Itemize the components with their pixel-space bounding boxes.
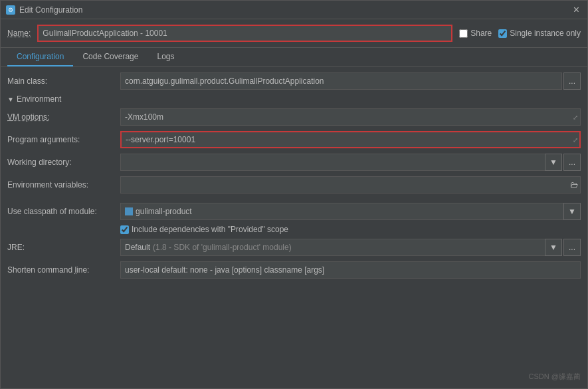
working-directory-input-wrapper: ▼: [120, 154, 562, 171]
jre-value-display: Default (1.8 - SDK of 'gulimall-product'…: [120, 239, 545, 256]
program-arguments-expand-icon[interactable]: ⤢: [573, 136, 578, 144]
name-input[interactable]: [37, 25, 452, 42]
share-area: Share: [459, 29, 492, 38]
module-icon: [125, 207, 133, 215]
shorten-command-input[interactable]: [120, 261, 581, 279]
shorten-command-label: Shorten command line:: [7, 265, 120, 275]
environment-section-title: Environment: [17, 94, 61, 104]
tabs-bar: Configuration Code Coverage Logs: [1, 48, 587, 66]
working-directory-row: Working directory: ▼ ...: [7, 153, 581, 172]
tab-configuration[interactable]: Configuration: [7, 48, 73, 66]
environment-variables-input[interactable]: [120, 176, 581, 194]
jre-select-wrapper: Default (1.8 - SDK of 'gulimall-product'…: [120, 239, 562, 256]
jre-dropdown-button[interactable]: ▼: [545, 239, 562, 256]
vm-options-expand-icon[interactable]: ⤢: [573, 114, 578, 121]
vm-options-label: VM options:: [7, 112, 120, 122]
environment-section-header: ▼ Environment: [7, 94, 581, 104]
content-area: Main class: ... ▼ Environment VM options…: [1, 66, 587, 388]
title-bar: ⚙ Edit Configuration ×: [1, 1, 587, 19]
shorten-command-row: Shorten command line:: [7, 261, 581, 279]
main-class-input[interactable]: [120, 72, 562, 90]
window-title: Edit Configuration: [19, 5, 571, 15]
main-class-label: Main class:: [7, 76, 120, 86]
working-directory-dropdown-button[interactable]: ▼: [545, 154, 562, 171]
classpath-module-name: gulimall-product: [136, 207, 192, 216]
name-label: Name:: [7, 29, 31, 38]
vm-options-row: VM options: ⤢: [7, 108, 581, 126]
edit-configuration-window: ⚙ Edit Configuration × Name: Share Singl…: [0, 0, 588, 389]
main-class-dots-button[interactable]: ...: [563, 72, 581, 90]
classpath-dropdown-button[interactable]: ▼: [563, 203, 581, 220]
tab-code-coverage[interactable]: Code Coverage: [73, 48, 147, 66]
classpath-label: Use classpath of module:: [7, 207, 120, 216]
tab-logs[interactable]: Logs: [147, 48, 183, 66]
include-dependencies-row: Include dependencies with "Provided" sco…: [120, 225, 581, 234]
program-arguments-label: Program arguments:: [7, 135, 120, 144]
program-arguments-input[interactable]: [120, 131, 581, 148]
share-label[interactable]: Share: [470, 29, 492, 38]
jre-value-text: Default: [125, 243, 150, 252]
classpath-row: Use classpath of module: gulimall-produc…: [7, 202, 581, 221]
close-button[interactable]: ×: [571, 4, 582, 16]
jre-row: JRE: Default (1.8 - SDK of 'gulimall-pro…: [7, 238, 581, 257]
vm-options-input[interactable]: [120, 108, 581, 126]
main-class-row: Main class: ...: [7, 72, 581, 90]
single-instance-area: Single instance only: [498, 29, 581, 38]
working-directory-input[interactable]: [120, 154, 545, 171]
share-checkbox[interactable]: [459, 29, 468, 38]
jre-label: JRE:: [7, 243, 120, 252]
single-instance-label[interactable]: Single instance only: [510, 29, 581, 38]
environment-variables-input-wrapper: 🗁: [120, 176, 581, 194]
working-directory-label: Working directory:: [7, 158, 120, 167]
environment-variables-label: Environment variables:: [7, 180, 120, 190]
program-arguments-input-wrapper: ⤢: [120, 131, 581, 148]
classpath-select-wrapper: gulimall-product ▼: [120, 203, 581, 220]
vm-options-input-wrapper: ⤢: [120, 108, 581, 126]
program-arguments-row: Program arguments: ⤢: [7, 130, 581, 149]
include-dependencies-label[interactable]: Include dependencies with "Provided" sco…: [132, 225, 288, 234]
form-content: Main class: ... ▼ Environment VM options…: [1, 66, 587, 388]
working-directory-dots-button[interactable]: ...: [563, 154, 581, 171]
environment-variables-expand-icon[interactable]: 🗁: [570, 180, 578, 190]
jre-dots-button[interactable]: ...: [563, 239, 581, 256]
environment-arrow-icon[interactable]: ▼: [7, 96, 14, 103]
classpath-value: gulimall-product: [120, 203, 563, 220]
single-instance-checkbox[interactable]: [498, 29, 507, 38]
header-row: Name: Share Single instance only: [1, 19, 587, 48]
environment-variables-row: Environment variables: 🗁: [7, 176, 581, 194]
include-dependencies-checkbox[interactable]: [120, 225, 129, 234]
jre-hint-text: (1.8 - SDK of 'gulimall-product' module): [153, 243, 292, 252]
app-icon: ⚙: [6, 5, 15, 15]
watermark: CSDN @缘嘉蔺: [529, 372, 581, 382]
